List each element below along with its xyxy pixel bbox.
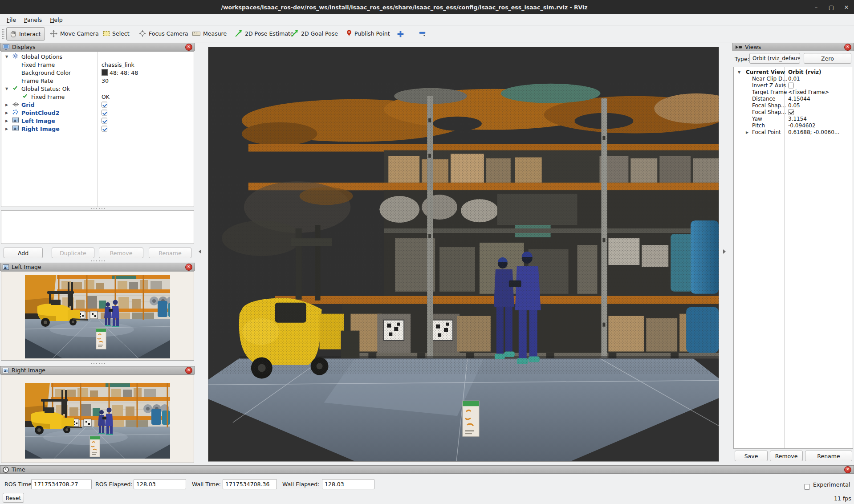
- menu-panels[interactable]: Panels: [20, 15, 46, 24]
- tree-row-frame-rate[interactable]: Frame Rate 30: [2, 77, 193, 85]
- remove-tool-button[interactable]: [417, 28, 428, 39]
- enabled-checkbox[interactable]: [102, 118, 107, 124]
- views-row-focal-point[interactable]: ▶ Focal Point 0.61688; -0.0060...: [734, 129, 852, 135]
- measure-tool-button[interactable]: Measure: [189, 27, 230, 40]
- tree-row-pointcloud2[interactable]: ▶ PointCloud2: [2, 109, 193, 117]
- enabled-checkbox[interactable]: [102, 110, 107, 116]
- tree-row-status-fixed-frame[interactable]: Fixed Frame OK: [2, 93, 193, 101]
- add-tool-button[interactable]: [394, 28, 406, 39]
- left-image-panel-header[interactable]: Left Image ✕: [0, 263, 195, 271]
- property-value[interactable]: -0.094602: [788, 122, 816, 129]
- collapse-left-panel-handle[interactable]: [199, 249, 201, 254]
- remove-display-button[interactable]: Remove: [99, 248, 143, 258]
- views-tree[interactable]: ▼ Current View Orbit (rviz) Near Clip D.…: [733, 67, 853, 449]
- minimize-button[interactable]: –: [809, 0, 824, 14]
- views-panel-header[interactable]: Views ✕: [732, 43, 854, 51]
- splitter-handle[interactable]: [90, 208, 105, 210]
- property-value[interactable]: <Fixed Frame>: [788, 89, 829, 95]
- wall-elapsed-input[interactable]: [322, 479, 374, 489]
- ros-time-input[interactable]: [31, 479, 92, 489]
- collapse-right-panel-handle[interactable]: [723, 249, 726, 254]
- select-label: Select: [112, 30, 130, 37]
- duplicate-display-button[interactable]: Duplicate: [52, 248, 94, 258]
- property-value[interactable]: 0.01: [788, 76, 800, 82]
- menu-help[interactable]: Help: [46, 15, 67, 24]
- pose-estimate-label: 2D Pose Estimate: [245, 30, 294, 37]
- reset-button[interactable]: Reset: [3, 493, 24, 503]
- focus-camera-tool-button[interactable]: Focus Camera: [135, 27, 192, 40]
- goal-pose-tool-button[interactable]: 2D Goal Pose: [287, 27, 342, 40]
- views-row-focal-shape-fixed[interactable]: Focal Shap...: [734, 109, 852, 115]
- views-row-pitch[interactable]: Pitch -0.094602: [734, 122, 852, 129]
- tree-row-right-image[interactable]: ▶ Right Image: [2, 125, 193, 133]
- close-icon[interactable]: ✕: [844, 44, 851, 51]
- tree-row-fixed-frame[interactable]: Fixed Frame chassis_link: [2, 61, 193, 69]
- displays-panel-header[interactable]: Displays ✕: [0, 43, 195, 51]
- property-value[interactable]: 0.05: [788, 102, 800, 109]
- maximize-button[interactable]: ▢: [824, 0, 839, 14]
- tree-row-grid[interactable]: ▶ Grid: [2, 101, 193, 109]
- views-row-target-frame[interactable]: Target Frame <Fixed Frame>: [734, 89, 852, 95]
- expander-down-icon[interactable]: ▼: [738, 70, 740, 74]
- add-display-button[interactable]: Add: [4, 248, 43, 258]
- property-value[interactable]: 4.15044: [788, 96, 810, 102]
- rename-view-button[interactable]: Rename: [805, 451, 852, 461]
- tree-row-global-options[interactable]: ▼ Global Options: [2, 53, 193, 61]
- view-type-dropdown[interactable]: Orbit (rviz_defau: [749, 53, 800, 64]
- expander-right-icon[interactable]: ▶: [5, 127, 8, 131]
- zero-view-button[interactable]: Zero: [804, 53, 851, 64]
- toolbar-grip[interactable]: [2, 28, 4, 39]
- time-panel-header[interactable]: Time ✕: [0, 465, 854, 474]
- render-viewport[interactable]: [208, 47, 719, 462]
- property-value[interactable]: 30: [102, 77, 109, 84]
- close-icon[interactable]: ✕: [185, 264, 192, 271]
- expander-right-icon[interactable]: ▶: [746, 130, 748, 134]
- ros-elapsed-input[interactable]: [134, 479, 186, 489]
- displays-tree[interactable]: ▼ Global Options Fixed Frame chassis_lin…: [1, 51, 194, 207]
- wall-time-input[interactable]: [223, 479, 277, 489]
- property-value[interactable]: 0.61688; -0.0060...: [788, 129, 839, 135]
- remove-view-button[interactable]: Remove: [770, 451, 803, 461]
- experimental-checkbox[interactable]: [804, 484, 810, 490]
- plus-icon: [397, 31, 404, 37]
- property-value[interactable]: 48; 48; 48: [102, 69, 138, 76]
- views-row-near-clip[interactable]: Near Clip D... 0.01: [734, 75, 852, 82]
- expander-right-icon[interactable]: ▶: [5, 119, 8, 123]
- interact-label: Interact: [19, 31, 41, 37]
- property-value[interactable]: 3.1154: [788, 116, 807, 122]
- interact-tool-button[interactable]: Interact: [6, 27, 45, 41]
- select-tool-button[interactable]: Select: [100, 27, 133, 40]
- expander-down-icon[interactable]: ▼: [5, 87, 8, 91]
- tree-row-left-image[interactable]: ▶ Left Image: [2, 117, 193, 125]
- tree-row-background-color[interactable]: Background Color 48; 48; 48: [2, 69, 193, 77]
- tree-row-global-status[interactable]: ▼ Global Status: Ok: [2, 85, 193, 93]
- views-row-distance[interactable]: Distance 4.15044: [734, 95, 852, 102]
- rename-display-button[interactable]: Rename: [149, 248, 191, 258]
- publish-point-tool-button[interactable]: Publish Point: [343, 27, 394, 40]
- move-camera-tool-button[interactable]: Move Camera: [46, 27, 102, 40]
- save-view-button[interactable]: Save: [735, 451, 768, 461]
- expander-right-icon[interactable]: ▶: [5, 111, 8, 115]
- close-icon[interactable]: ✕: [185, 44, 192, 51]
- views-row-invert-z[interactable]: Invert Z Axis: [734, 82, 852, 89]
- enabled-checkbox[interactable]: [102, 126, 107, 132]
- splitter-handle[interactable]: [90, 260, 105, 262]
- enabled-checkbox[interactable]: [102, 102, 107, 108]
- splitter-handle[interactable]: [90, 362, 105, 364]
- close-window-button[interactable]: ✕: [839, 0, 854, 14]
- invert-z-checkbox[interactable]: [788, 82, 794, 88]
- close-icon[interactable]: ✕: [844, 466, 851, 473]
- focal-shape-checkbox[interactable]: [788, 109, 794, 115]
- expander-right-icon[interactable]: ▶: [5, 103, 8, 107]
- views-row-focal-shape-size[interactable]: Focal Shap... 0.05: [734, 102, 852, 109]
- title-bar: /workspaces/isaac_ros-dev/ros_ws/install…: [0, 0, 854, 14]
- ros-time-label: ROS Time:: [4, 481, 33, 488]
- expander-down-icon[interactable]: ▼: [5, 55, 8, 59]
- menu-file[interactable]: File: [3, 15, 20, 24]
- right-image-panel-header[interactable]: Right Image ✕: [0, 366, 195, 374]
- views-row-yaw[interactable]: Yaw 3.1154: [734, 115, 852, 122]
- property-label: Focal Shap...: [752, 102, 786, 109]
- property-value[interactable]: chassis_link: [102, 61, 134, 68]
- close-icon[interactable]: ✕: [185, 367, 192, 374]
- views-row-current-view[interactable]: ▼ Current View Orbit (rviz): [734, 69, 852, 75]
